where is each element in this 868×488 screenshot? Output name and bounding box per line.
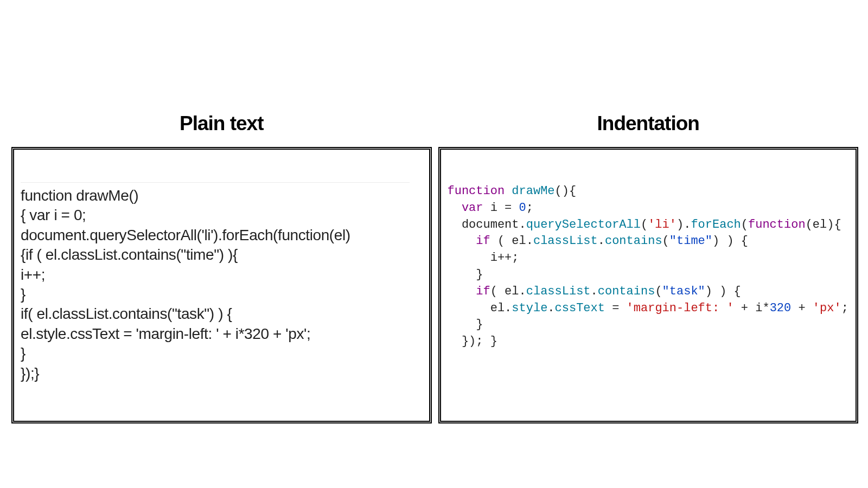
code-token: "task" [662, 285, 705, 298]
code-token: forEach [691, 218, 741, 232]
code-token: function [748, 218, 806, 232]
indented-code-block: function drawMe(){ var i = 0; document.q… [448, 183, 850, 350]
column-titles-row: Plain text Indentation [11, 112, 858, 147]
plain-code-block: function drawMe() { var i = 0; document.… [21, 186, 410, 383]
code-token: contains [605, 234, 662, 248]
code-token: contains [598, 285, 655, 298]
code-token: querySelectorAll [526, 218, 641, 232]
code-token: 0 [519, 201, 526, 215]
code-token: classList [526, 285, 591, 298]
code-token: drawMe [512, 184, 554, 198]
code-token: 'li' [648, 218, 676, 232]
code-token: 'margin-left: ' [627, 301, 734, 315]
comparison-figure: Plain text Indentation function drawMe()… [11, 112, 858, 423]
code-token: 'px' [813, 301, 841, 315]
code-token: if [476, 234, 490, 248]
panes-row: function drawMe() { var i = 0; document.… [11, 147, 858, 423]
indentation-pane: function drawMe(){ var i = 0; document.q… [438, 147, 859, 423]
indented-code-content: function drawMe(){ var i = 0; document.q… [448, 183, 850, 350]
code-token: "time" [669, 234, 712, 248]
code-token: style [512, 301, 547, 315]
plain-text-pane: function drawMe() { var i = 0; document.… [11, 147, 432, 423]
plain-text-content: function drawMe() { var i = 0; document.… [21, 182, 410, 383]
right-column-title: Indentation [438, 112, 859, 147]
code-token: var [462, 201, 483, 215]
code-token: 320 [770, 301, 792, 315]
code-token: if [476, 285, 490, 298]
code-token: classList [533, 234, 598, 248]
code-token: cssText [555, 301, 605, 315]
left-column-title: Plain text [11, 112, 432, 147]
code-token: function [448, 184, 505, 198]
